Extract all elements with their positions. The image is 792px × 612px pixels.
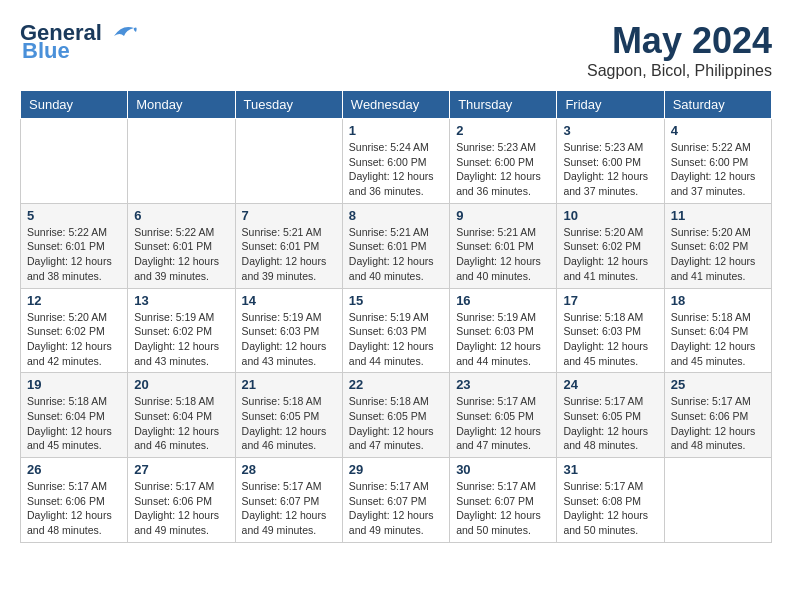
- calendar-day-cell: 2Sunrise: 5:23 AMSunset: 6:00 PMDaylight…: [450, 119, 557, 204]
- calendar-week-row: 1Sunrise: 5:24 AMSunset: 6:00 PMDaylight…: [21, 119, 772, 204]
- calendar-day-cell: 31Sunrise: 5:17 AMSunset: 6:08 PMDayligh…: [557, 458, 664, 543]
- day-number: 13: [134, 293, 228, 308]
- day-number: 8: [349, 208, 443, 223]
- day-info: Sunrise: 5:17 AMSunset: 6:06 PMDaylight:…: [134, 479, 228, 538]
- day-number: 22: [349, 377, 443, 392]
- day-info: Sunrise: 5:20 AMSunset: 6:02 PMDaylight:…: [27, 310, 121, 369]
- calendar-day-cell: 15Sunrise: 5:19 AMSunset: 6:03 PMDayligh…: [342, 288, 449, 373]
- day-number: 16: [456, 293, 550, 308]
- day-info: Sunrise: 5:23 AMSunset: 6:00 PMDaylight:…: [563, 140, 657, 199]
- calendar-day-cell: 16Sunrise: 5:19 AMSunset: 6:03 PMDayligh…: [450, 288, 557, 373]
- calendar-week-row: 19Sunrise: 5:18 AMSunset: 6:04 PMDayligh…: [21, 373, 772, 458]
- day-number: 9: [456, 208, 550, 223]
- day-number: 19: [27, 377, 121, 392]
- calendar-day-cell: 14Sunrise: 5:19 AMSunset: 6:03 PMDayligh…: [235, 288, 342, 373]
- day-number: 27: [134, 462, 228, 477]
- day-number: 24: [563, 377, 657, 392]
- day-info: Sunrise: 5:19 AMSunset: 6:03 PMDaylight:…: [349, 310, 443, 369]
- calendar-day-cell: 3Sunrise: 5:23 AMSunset: 6:00 PMDaylight…: [557, 119, 664, 204]
- logo-bird-icon: [106, 22, 138, 44]
- day-number: 20: [134, 377, 228, 392]
- day-info: Sunrise: 5:20 AMSunset: 6:02 PMDaylight:…: [563, 225, 657, 284]
- calendar-day-cell: 10Sunrise: 5:20 AMSunset: 6:02 PMDayligh…: [557, 203, 664, 288]
- day-number: 23: [456, 377, 550, 392]
- day-info: Sunrise: 5:17 AMSunset: 6:06 PMDaylight:…: [671, 394, 765, 453]
- day-info: Sunrise: 5:23 AMSunset: 6:00 PMDaylight:…: [456, 140, 550, 199]
- day-number: 21: [242, 377, 336, 392]
- day-info: Sunrise: 5:17 AMSunset: 6:07 PMDaylight:…: [242, 479, 336, 538]
- day-info: Sunrise: 5:17 AMSunset: 6:05 PMDaylight:…: [563, 394, 657, 453]
- day-info: Sunrise: 5:19 AMSunset: 6:03 PMDaylight:…: [242, 310, 336, 369]
- day-number: 6: [134, 208, 228, 223]
- weekday-header-thursday: Thursday: [450, 91, 557, 119]
- calendar-day-cell: 20Sunrise: 5:18 AMSunset: 6:04 PMDayligh…: [128, 373, 235, 458]
- calendar-day-cell: 24Sunrise: 5:17 AMSunset: 6:05 PMDayligh…: [557, 373, 664, 458]
- calendar-day-cell: 30Sunrise: 5:17 AMSunset: 6:07 PMDayligh…: [450, 458, 557, 543]
- day-info: Sunrise: 5:22 AMSunset: 6:00 PMDaylight:…: [671, 140, 765, 199]
- day-number: 2: [456, 123, 550, 138]
- page-header: General Blue May 2024 Sagpon, Bicol, Phi…: [20, 20, 772, 80]
- day-number: 26: [27, 462, 121, 477]
- calendar-week-row: 12Sunrise: 5:20 AMSunset: 6:02 PMDayligh…: [21, 288, 772, 373]
- day-number: 25: [671, 377, 765, 392]
- calendar-day-cell: 19Sunrise: 5:18 AMSunset: 6:04 PMDayligh…: [21, 373, 128, 458]
- day-number: 5: [27, 208, 121, 223]
- day-number: 17: [563, 293, 657, 308]
- day-info: Sunrise: 5:18 AMSunset: 6:04 PMDaylight:…: [671, 310, 765, 369]
- calendar-day-cell: 4Sunrise: 5:22 AMSunset: 6:00 PMDaylight…: [664, 119, 771, 204]
- calendar-day-cell: 9Sunrise: 5:21 AMSunset: 6:01 PMDaylight…: [450, 203, 557, 288]
- day-number: 14: [242, 293, 336, 308]
- day-number: 4: [671, 123, 765, 138]
- calendar-table: SundayMondayTuesdayWednesdayThursdayFrid…: [20, 90, 772, 543]
- title-block: May 2024 Sagpon, Bicol, Philippines: [587, 20, 772, 80]
- location: Sagpon, Bicol, Philippines: [587, 62, 772, 80]
- day-number: 29: [349, 462, 443, 477]
- weekday-header-wednesday: Wednesday: [342, 91, 449, 119]
- calendar-day-cell: 1Sunrise: 5:24 AMSunset: 6:00 PMDaylight…: [342, 119, 449, 204]
- calendar-day-cell: 27Sunrise: 5:17 AMSunset: 6:06 PMDayligh…: [128, 458, 235, 543]
- calendar-day-cell: 8Sunrise: 5:21 AMSunset: 6:01 PMDaylight…: [342, 203, 449, 288]
- calendar-week-row: 5Sunrise: 5:22 AMSunset: 6:01 PMDaylight…: [21, 203, 772, 288]
- weekday-header-tuesday: Tuesday: [235, 91, 342, 119]
- day-number: 12: [27, 293, 121, 308]
- calendar-day-cell: 18Sunrise: 5:18 AMSunset: 6:04 PMDayligh…: [664, 288, 771, 373]
- day-number: 3: [563, 123, 657, 138]
- day-number: 30: [456, 462, 550, 477]
- calendar-header-row: SundayMondayTuesdayWednesdayThursdayFrid…: [21, 91, 772, 119]
- calendar-empty-cell: [235, 119, 342, 204]
- day-number: 11: [671, 208, 765, 223]
- calendar-day-cell: 17Sunrise: 5:18 AMSunset: 6:03 PMDayligh…: [557, 288, 664, 373]
- calendar-day-cell: 29Sunrise: 5:17 AMSunset: 6:07 PMDayligh…: [342, 458, 449, 543]
- day-info: Sunrise: 5:22 AMSunset: 6:01 PMDaylight:…: [27, 225, 121, 284]
- logo-blue: Blue: [22, 38, 70, 64]
- calendar-empty-cell: [21, 119, 128, 204]
- day-info: Sunrise: 5:18 AMSunset: 6:04 PMDaylight:…: [134, 394, 228, 453]
- month-title: May 2024: [587, 20, 772, 62]
- weekday-header-sunday: Sunday: [21, 91, 128, 119]
- day-number: 10: [563, 208, 657, 223]
- day-info: Sunrise: 5:17 AMSunset: 6:05 PMDaylight:…: [456, 394, 550, 453]
- day-info: Sunrise: 5:17 AMSunset: 6:07 PMDaylight:…: [456, 479, 550, 538]
- day-info: Sunrise: 5:22 AMSunset: 6:01 PMDaylight:…: [134, 225, 228, 284]
- calendar-day-cell: 12Sunrise: 5:20 AMSunset: 6:02 PMDayligh…: [21, 288, 128, 373]
- day-info: Sunrise: 5:17 AMSunset: 6:06 PMDaylight:…: [27, 479, 121, 538]
- calendar-day-cell: 6Sunrise: 5:22 AMSunset: 6:01 PMDaylight…: [128, 203, 235, 288]
- calendar-empty-cell: [128, 119, 235, 204]
- day-number: 31: [563, 462, 657, 477]
- day-number: 15: [349, 293, 443, 308]
- day-number: 7: [242, 208, 336, 223]
- calendar-day-cell: 22Sunrise: 5:18 AMSunset: 6:05 PMDayligh…: [342, 373, 449, 458]
- day-number: 28: [242, 462, 336, 477]
- day-info: Sunrise: 5:19 AMSunset: 6:03 PMDaylight:…: [456, 310, 550, 369]
- day-info: Sunrise: 5:17 AMSunset: 6:08 PMDaylight:…: [563, 479, 657, 538]
- day-info: Sunrise: 5:18 AMSunset: 6:05 PMDaylight:…: [242, 394, 336, 453]
- calendar-day-cell: 5Sunrise: 5:22 AMSunset: 6:01 PMDaylight…: [21, 203, 128, 288]
- day-info: Sunrise: 5:17 AMSunset: 6:07 PMDaylight:…: [349, 479, 443, 538]
- day-info: Sunrise: 5:19 AMSunset: 6:02 PMDaylight:…: [134, 310, 228, 369]
- calendar-day-cell: 25Sunrise: 5:17 AMSunset: 6:06 PMDayligh…: [664, 373, 771, 458]
- calendar-day-cell: 28Sunrise: 5:17 AMSunset: 6:07 PMDayligh…: [235, 458, 342, 543]
- calendar-day-cell: 7Sunrise: 5:21 AMSunset: 6:01 PMDaylight…: [235, 203, 342, 288]
- day-info: Sunrise: 5:18 AMSunset: 6:03 PMDaylight:…: [563, 310, 657, 369]
- day-info: Sunrise: 5:21 AMSunset: 6:01 PMDaylight:…: [456, 225, 550, 284]
- weekday-header-saturday: Saturday: [664, 91, 771, 119]
